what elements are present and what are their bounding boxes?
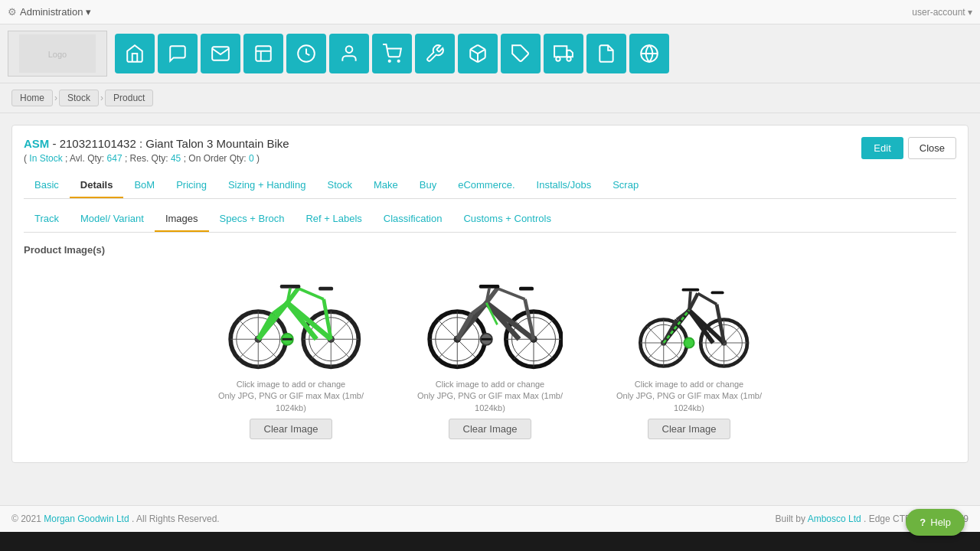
- nav-tag-button[interactable]: [501, 34, 541, 73]
- footer-left: © 2021 Morgan Goodwin Ltd . All Rights R…: [11, 514, 220, 524]
- svg-rect-38: [280, 285, 301, 289]
- help-icon: ?: [920, 517, 926, 528]
- svg-point-14: [567, 57, 570, 60]
- footer-ambosco-link[interactable]: Ambosco Ltd: [808, 514, 861, 524]
- tab-track[interactable]: Track: [24, 207, 70, 232]
- res-qty-label: Res. Qty:: [130, 153, 168, 164]
- clear-image-1-button[interactable]: Clear Image: [250, 419, 333, 439]
- nav-chat-button[interactable]: [158, 34, 198, 73]
- caption-text-3: Click image to add or change: [605, 379, 773, 390]
- product-code: 210321101432: [60, 137, 136, 150]
- footer: © 2021 Morgan Goodwin Ltd . All Rights R…: [0, 505, 980, 532]
- breadcrumb-sep-2: ›: [100, 93, 103, 103]
- tab-ref-labels[interactable]: Ref + Labels: [295, 207, 372, 232]
- product-name: Giant Talon 3 Mountain Bike: [145, 137, 289, 150]
- nav-truck-button[interactable]: [544, 34, 583, 73]
- tab-basic[interactable]: Basic: [24, 173, 70, 198]
- image-caption-2: Click image to add or change Only JPG, P…: [406, 379, 574, 414]
- svg-point-7: [389, 60, 390, 62]
- nav-home-button[interactable]: [115, 34, 155, 73]
- tab-pricing[interactable]: Pricing: [165, 173, 217, 198]
- svg-rect-11: [554, 46, 567, 57]
- tab-buy[interactable]: Buy: [409, 173, 447, 198]
- svg-rect-63: [479, 285, 500, 289]
- caption-text-2: Click image to add or change: [406, 379, 574, 390]
- product-dash: -: [53, 137, 60, 150]
- footer-rights: . All Rights Reserved.: [132, 514, 220, 524]
- svg-rect-87: [711, 291, 724, 294]
- help-button[interactable]: ? Help: [906, 509, 965, 532]
- top-bar: ⚙ Administration ▾ user-account ▾: [0, 0, 980, 24]
- breadcrumb-home[interactable]: Home: [11, 90, 53, 106]
- tab-ecommerce[interactable]: eCommerce.: [447, 173, 525, 198]
- header-buttons: Edit Close: [861, 137, 956, 159]
- gear-icon: ⚙: [8, 6, 17, 18]
- image-item-1: Click image to add or change Only JPG, P…: [207, 267, 375, 439]
- in-stock-label: In Stock: [29, 153, 62, 164]
- tab-images[interactable]: Images: [155, 207, 209, 232]
- nav-clock-button[interactable]: [286, 34, 326, 73]
- svg-text:Logo: Logo: [48, 50, 67, 59]
- images-grid: Click image to add or change Only JPG, P…: [24, 267, 956, 439]
- tab-installs[interactable]: Installs/Jobs: [526, 173, 603, 198]
- clear-image-2-button[interactable]: Clear Image: [449, 419, 532, 439]
- footer-built-by: Built by: [776, 514, 805, 524]
- user-area[interactable]: user-account ▾: [912, 7, 972, 18]
- nav-notes-button[interactable]: [243, 34, 283, 73]
- tab-make[interactable]: Make: [363, 173, 409, 198]
- product-subtitle: ( In Stock ; Avl. Qty: 647 ; Res. Qty: 4…: [24, 153, 289, 164]
- tab-specs-broch[interactable]: Specs + Broch: [209, 207, 296, 232]
- nav-mail-button[interactable]: [201, 34, 240, 73]
- nav-cart-button[interactable]: [372, 34, 412, 73]
- tab-details[interactable]: Details: [70, 173, 124, 198]
- admin-menu[interactable]: ⚙ Administration ▾: [8, 6, 91, 18]
- edit-button[interactable]: Edit: [861, 137, 903, 159]
- clear-image-3-button[interactable]: Clear Image: [648, 419, 731, 439]
- bike-image-2[interactable]: [413, 267, 567, 374]
- nav-person-button[interactable]: [329, 34, 369, 73]
- svg-rect-88: [682, 288, 700, 291]
- tabs-level1: Basic Details BoM Pricing Sizing + Handl…: [24, 173, 956, 199]
- help-label: Help: [930, 517, 951, 528]
- nav-box-button[interactable]: [458, 34, 498, 73]
- breadcrumb: Home › Stock › Product: [0, 83, 980, 113]
- footer-copyright: © 2021: [11, 514, 41, 524]
- breadcrumb-stock[interactable]: Stock: [59, 90, 99, 106]
- nav-wrench-button[interactable]: [415, 34, 455, 73]
- main-content: ASM - 210321101432 : Giant Talon 3 Mount…: [0, 113, 980, 505]
- tab-model-variant[interactable]: Model/ Variant: [70, 207, 155, 232]
- nav-document-button[interactable]: [586, 34, 626, 73]
- tab-classification[interactable]: Classification: [373, 207, 453, 232]
- image-item-3: Click image to add or change Only JPG, P…: [605, 267, 773, 439]
- on-order-label: On Order Qty:: [188, 153, 246, 164]
- res-qty-value: 45: [171, 153, 181, 164]
- image-caption-3: Click image to add or change Only JPG, P…: [605, 379, 773, 414]
- tab-stock[interactable]: Stock: [316, 173, 363, 198]
- svg-rect-62: [519, 286, 534, 290]
- svg-point-90: [684, 337, 694, 347]
- footer-company-link[interactable]: Morgan Goodwin Ltd: [44, 514, 129, 524]
- product-asm: ASM: [24, 137, 49, 150]
- svg-rect-37: [318, 286, 333, 290]
- nav-globe-button[interactable]: [629, 34, 669, 73]
- bike-image-1[interactable]: [214, 267, 368, 374]
- product-card: ASM - 210321101432 : Giant Talon 3 Mount…: [11, 125, 969, 463]
- svg-line-86: [697, 293, 717, 304]
- breadcrumb-sep-1: ›: [54, 93, 57, 103]
- caption-restriction-3: Only JPG, PNG or GIF max Max (1mb/ 1024k…: [605, 390, 773, 414]
- svg-line-89: [689, 291, 691, 310]
- caption-restriction-2: Only JPG, PNG or GIF max Max (1mb/ 1024k…: [406, 390, 574, 414]
- tab-scrap[interactable]: Scrap: [602, 173, 649, 198]
- tab-customs-controls[interactable]: Customs + Controls: [452, 207, 562, 232]
- svg-marker-12: [567, 51, 573, 57]
- nav-icons: [115, 34, 669, 73]
- user-text: user-account ▾: [912, 7, 972, 18]
- svg-point-8: [398, 60, 400, 62]
- on-order-value: 0: [249, 153, 254, 164]
- breadcrumb-product[interactable]: Product: [105, 90, 153, 106]
- logo: Logo: [8, 31, 107, 77]
- bike-image-3[interactable]: [612, 267, 766, 374]
- tab-bom[interactable]: BoM: [123, 173, 165, 198]
- close-button[interactable]: Close: [908, 137, 956, 159]
- tab-sizing[interactable]: Sizing + Handling: [217, 173, 317, 198]
